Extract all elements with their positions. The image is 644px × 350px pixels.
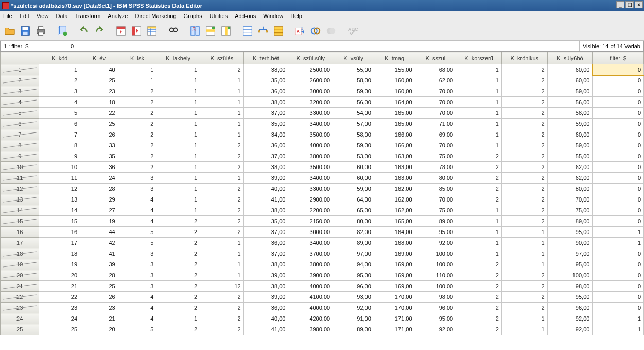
data-cell[interactable]: 165,00 (374, 216, 415, 227)
data-cell[interactable]: 95,00 (333, 270, 374, 281)
data-cell[interactable]: 70,00 (415, 86, 456, 97)
data-cell[interactable]: 0 (593, 64, 644, 75)
data-cell[interactable]: 39,00 (243, 270, 288, 281)
data-cell[interactable]: 169,00 (374, 270, 415, 281)
data-cell[interactable]: 0 (593, 75, 644, 86)
data-cell[interactable]: 14 (39, 205, 80, 216)
row-header[interactable]: 5 (1, 108, 39, 119)
data-cell[interactable]: 5 (118, 324, 156, 335)
data-cell[interactable]: 56,00 (547, 97, 593, 108)
data-cell[interactable]: 1 (456, 119, 502, 129)
menu-file[interactable]: File (3, 13, 12, 19)
data-cell[interactable]: 36,00 (243, 238, 288, 248)
goto-case-icon[interactable] (114, 24, 128, 38)
data-cell[interactable]: 22 (39, 292, 80, 303)
data-cell[interactable]: 1 (593, 313, 644, 324)
data-cell[interactable]: 3 (118, 173, 156, 184)
data-cell[interactable]: 37,00 (243, 227, 288, 238)
data-cell[interactable]: 38,00 (243, 259, 288, 270)
save-icon[interactable] (19, 24, 32, 38)
column-header[interactable]: K_kód (39, 52, 80, 64)
data-cell[interactable]: 2 (501, 129, 547, 140)
data-cell[interactable]: 2 (200, 292, 244, 303)
row-header[interactable]: 21 (1, 281, 39, 292)
minimize-button[interactable]: _ (616, 1, 624, 8)
data-cell[interactable]: 18 (39, 248, 80, 259)
row-header[interactable]: 9 (1, 151, 39, 162)
data-cell[interactable]: 53,00 (333, 151, 374, 162)
data-cell[interactable]: 1 (156, 184, 200, 194)
data-cell[interactable]: 17 (39, 238, 80, 248)
data-cell[interactable]: 23 (80, 303, 118, 313)
data-cell[interactable]: 3700,00 (288, 248, 333, 259)
data-cell[interactable]: 95,00 (415, 313, 456, 324)
data-cell[interactable]: 2 (501, 292, 547, 303)
data-cell[interactable]: 39,00 (243, 173, 288, 184)
data-cell[interactable]: 55,00 (547, 151, 593, 162)
weight-cases-icon[interactable] (256, 24, 270, 38)
row-header[interactable]: 4 (1, 97, 39, 108)
data-cell[interactable]: 2 (156, 238, 200, 248)
data-cell[interactable]: 19 (80, 216, 118, 227)
data-cell[interactable]: 2 (156, 303, 200, 313)
data-cell[interactable]: 44 (80, 227, 118, 238)
corner-cell[interactable] (1, 52, 39, 64)
data-cell[interactable]: 2 (200, 64, 244, 75)
data-cell[interactable]: 162,00 (374, 205, 415, 216)
data-cell[interactable]: 95,00 (547, 259, 593, 270)
print-icon[interactable] (34, 24, 47, 38)
data-cell[interactable]: 40,00 (243, 184, 288, 194)
data-cell[interactable]: 57,00 (333, 119, 374, 129)
undo-icon[interactable] (77, 24, 91, 38)
data-cell[interactable]: 3500,00 (288, 162, 333, 173)
data-cell[interactable]: 1 (156, 313, 200, 324)
data-cell[interactable]: 38,00 (243, 97, 288, 108)
data-cell[interactable]: 26 (80, 292, 118, 303)
menu-window[interactable]: Window (263, 13, 283, 19)
data-cell[interactable]: 39,00 (243, 292, 288, 303)
row-header[interactable]: 3 (1, 86, 39, 97)
data-cell[interactable]: 168,00 (374, 238, 415, 248)
data-cell[interactable]: 4 (118, 205, 156, 216)
data-cell[interactable]: 70,00 (415, 97, 456, 108)
data-cell[interactable]: 41,00 (243, 194, 288, 205)
column-header[interactable]: K_vsúly (333, 52, 374, 64)
data-cell[interactable]: 89,00 (415, 216, 456, 227)
data-cell[interactable]: 4000,00 (288, 140, 333, 151)
data-cell[interactable]: 1 (200, 86, 244, 97)
data-cell[interactable]: 1 (456, 129, 502, 140)
data-cell[interactable]: 2 (156, 259, 200, 270)
data-cell[interactable]: 38,00 (243, 64, 288, 75)
data-cell[interactable]: 164,00 (374, 97, 415, 108)
data-cell[interactable]: 25 (39, 324, 80, 335)
data-cell[interactable]: 70,00 (415, 140, 456, 151)
data-cell[interactable]: 2 (156, 270, 200, 281)
data-cell[interactable]: 0 (593, 119, 644, 129)
data-cell[interactable]: 160,00 (374, 75, 415, 86)
data-cell[interactable]: 91,00 (333, 313, 374, 324)
data-cell[interactable]: 1 (118, 64, 156, 75)
data-cell[interactable]: 0 (593, 194, 644, 205)
data-cell[interactable]: 163,00 (374, 173, 415, 184)
data-cell[interactable]: 2 (39, 75, 80, 86)
data-cell[interactable]: 170,00 (374, 303, 415, 313)
data-cell[interactable]: 59,00 (333, 86, 374, 97)
data-cell[interactable]: 1 (200, 119, 244, 129)
row-header[interactable]: 15 (1, 216, 39, 227)
data-cell[interactable]: 2 (501, 108, 547, 119)
data-cell[interactable]: 1 (200, 129, 244, 140)
data-cell[interactable]: 35,00 (243, 216, 288, 227)
data-cell[interactable]: 98,00 (547, 281, 593, 292)
data-cell[interactable]: 0 (593, 248, 644, 259)
data-cell[interactable]: 2 (456, 173, 502, 184)
data-cell[interactable]: 3300,00 (288, 108, 333, 119)
data-cell[interactable]: 2 (501, 184, 547, 194)
row-header[interactable]: 7 (1, 129, 39, 140)
data-cell[interactable]: 1 (200, 238, 244, 248)
data-cell[interactable]: 85,00 (415, 184, 456, 194)
data-cell[interactable]: 2150,00 (288, 216, 333, 227)
row-header[interactable]: 16 (1, 227, 39, 238)
column-header[interactable]: K_súly6hó (547, 52, 593, 64)
data-cell[interactable]: 41 (80, 248, 118, 259)
data-cell[interactable]: 97,00 (547, 248, 593, 259)
